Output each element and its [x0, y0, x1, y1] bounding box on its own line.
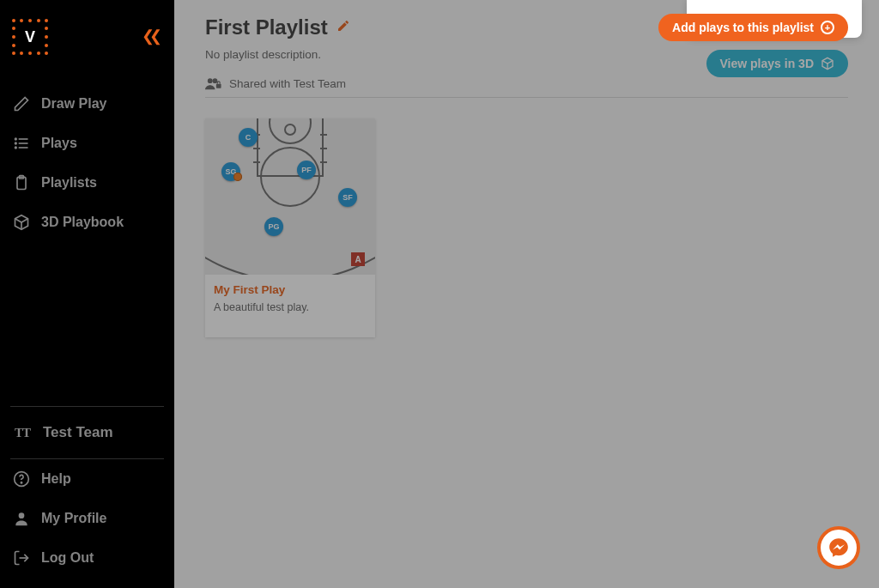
page-title: First Playlist [205, 15, 328, 39]
list-icon [12, 134, 31, 153]
sidebar-item-label: Draw Play [41, 96, 106, 112]
sidebar-item-profile[interactable]: My Profile [0, 499, 174, 538]
svg-point-5 [15, 147, 17, 149]
play-card[interactable]: CPFSGSFPGA My First Play A beautiful tes… [205, 118, 375, 337]
logout-icon [12, 549, 31, 567]
shared-icon [205, 76, 222, 90]
svg-point-13 [213, 78, 218, 83]
team-icon: TT [12, 422, 33, 443]
team-label: Test Team [43, 424, 113, 441]
sidebar-item-label: Plays [41, 136, 77, 151]
messenger-fab[interactable] [817, 526, 860, 569]
brand-logo[interactable]: V [12, 19, 46, 53]
edit-title-icon[interactable] [336, 19, 350, 36]
svg-rect-14 [216, 84, 221, 88]
collapse-sidebar-icon[interactable]: ❮❮ [142, 27, 162, 45]
sidebar-item-label: Playlists [41, 175, 97, 191]
sidebar-item-label: Help [41, 471, 71, 487]
annotation-badge: A [351, 252, 365, 266]
view-3d-label: View plays in 3D [720, 57, 814, 70]
svg-point-12 [208, 78, 213, 83]
sidebar-item-plays[interactable]: Plays [0, 124, 174, 163]
play-card-title: My First Play [214, 283, 367, 296]
player-marker-pg: PG [264, 217, 283, 236]
player-marker-c: C [239, 128, 258, 147]
shared-with-text: Shared with Test Team [229, 77, 346, 90]
help-icon [12, 470, 31, 488]
primary-nav: Draw Play Plays Playlists 3D Playbook [0, 84, 174, 242]
user-icon [12, 509, 31, 528]
main-content: First Playlist No playlist description. … [174, 0, 879, 588]
sidebar-item-playlists[interactable]: Playlists [0, 163, 174, 203]
sidebar-item-help[interactable]: Help [0, 459, 174, 499]
svg-point-4 [15, 142, 17, 144]
svg-point-9 [21, 482, 21, 483]
add-plays-button[interactable]: Add plays to this playlist + [658, 14, 848, 41]
clipboard-icon [12, 173, 31, 192]
sidebar: V ❮❮ Draw Play Plays Playlists [0, 0, 174, 588]
sidebar-item-label: My Profile [41, 511, 106, 526]
view-3d-button[interactable]: View plays in 3D [706, 50, 848, 77]
sidebar-item-3d-playbook[interactable]: 3D Playbook [0, 203, 174, 242]
shared-with-row: Shared with Test Team [205, 76, 848, 98]
cube-3d-icon [821, 57, 834, 70]
player-marker-sf: SF [338, 188, 357, 207]
sidebar-item-draw-play[interactable]: Draw Play [0, 84, 174, 124]
header-actions: Add plays to this playlist + View plays … [658, 14, 848, 77]
plus-circle-icon: + [821, 21, 834, 34]
brand-glyph: V [19, 26, 41, 48]
play-card-description: A beautiful test play. [214, 301, 367, 313]
svg-point-10 [19, 512, 25, 518]
ball-marker [233, 173, 242, 181]
pencil-icon [12, 94, 31, 113]
player-marker-pf: PF [297, 161, 316, 179]
sidebar-item-label: 3D Playbook [41, 215, 124, 230]
sidebar-item-logout[interactable]: Log Out [0, 538, 174, 578]
cube-icon [12, 213, 31, 232]
sidebar-item-team[interactable]: TT Test Team [0, 407, 174, 458]
sidebar-item-label: Log Out [41, 550, 94, 566]
add-plays-label: Add plays to this playlist [672, 21, 814, 34]
svg-point-3 [15, 138, 17, 140]
court-diagram: CPFSGSFPGA [205, 118, 375, 275]
